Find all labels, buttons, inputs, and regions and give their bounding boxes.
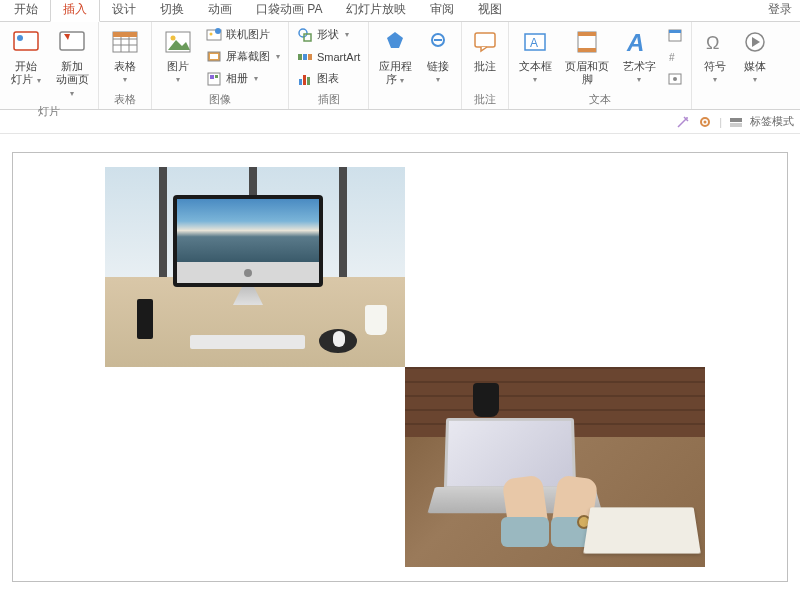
btn-object[interactable]	[663, 68, 687, 89]
gear-icon[interactable]	[697, 114, 713, 130]
svg-rect-24	[299, 79, 302, 85]
apps-icon	[379, 26, 411, 58]
btn-table[interactable]: 表格 ▾	[103, 24, 147, 86]
btn-start-slide[interactable]: 开始灯片 ▾	[4, 24, 48, 89]
smartart-icon	[297, 49, 313, 65]
btn-chart[interactable]: 图表	[293, 68, 364, 89]
svg-rect-23	[308, 54, 312, 60]
btn-new-anim-page[interactable]: 新加动画页 ▾	[50, 24, 94, 102]
chevron-down-icon: ▾	[533, 75, 537, 84]
svg-point-10	[171, 36, 176, 41]
group-label: 图像	[156, 90, 284, 109]
btn-label: 图片	[167, 60, 189, 73]
tab-transitions[interactable]: 切换	[148, 0, 196, 21]
btn-label: 应用程序 ▾	[379, 60, 412, 87]
slide-image-2[interactable]	[405, 367, 705, 567]
online-picture-icon	[206, 27, 222, 43]
number-icon: #	[667, 49, 683, 65]
slide-image-1[interactable]	[105, 167, 405, 367]
btn-photo-album[interactable]: 相册▾	[202, 68, 284, 89]
btn-apps[interactable]: 应用程序 ▾	[373, 24, 417, 89]
svg-rect-33	[578, 48, 596, 52]
tab-home[interactable]: 开始	[2, 0, 50, 21]
tab-review[interactable]: 审阅	[418, 0, 466, 21]
link-icon	[422, 26, 454, 58]
group-apps-links: 应用程序 ▾ 链接 ▾	[369, 22, 462, 109]
svg-point-44	[704, 120, 707, 123]
slide[interactable]	[12, 152, 788, 582]
tab-view[interactable]: 视图	[466, 0, 514, 21]
svg-point-19	[299, 29, 307, 37]
group-symbols-media: Ω 符号 ▾ 媒体 ▾	[692, 22, 778, 109]
svg-rect-26	[307, 77, 310, 85]
btn-label: 形状	[317, 27, 339, 42]
svg-rect-22	[303, 54, 307, 60]
btn-screenshot[interactable]: 屏幕截图▾	[202, 46, 284, 67]
svg-rect-15	[210, 54, 218, 59]
svg-point-39	[673, 77, 677, 81]
btn-shapes[interactable]: 形状▾	[293, 24, 364, 45]
btn-label: 艺术字	[623, 60, 656, 73]
header-footer-icon	[571, 26, 603, 58]
btn-smartart[interactable]: SmartArt	[293, 46, 364, 67]
object-icon	[667, 71, 683, 87]
group-tables: 表格 ▾ 表格	[99, 22, 152, 109]
picture-icon	[162, 26, 194, 58]
chevron-down-icon: ▾	[345, 30, 349, 39]
btn-media[interactable]: 媒体 ▾	[736, 24, 774, 86]
btn-label: 联机图片	[226, 27, 270, 42]
tab-insert[interactable]: 插入	[50, 0, 100, 22]
tag-mode-label[interactable]: 标签模式	[750, 114, 794, 129]
btn-links[interactable]: 链接 ▾	[419, 24, 457, 86]
btn-label: 相册	[226, 71, 248, 86]
group-label: 插图	[293, 90, 364, 109]
login-link[interactable]: 登录	[756, 0, 800, 21]
btn-textbox[interactable]: A 文本框 ▾	[513, 24, 557, 86]
chevron-down-icon: ▾	[276, 52, 280, 61]
group-text: A 文本框 ▾ 页眉和页脚 A 艺术字 ▾ # 文本	[509, 22, 692, 109]
svg-rect-25	[303, 75, 306, 85]
tab-slideshow[interactable]: 幻灯片放映	[334, 0, 418, 21]
btn-symbol[interactable]: Ω 符号 ▾	[696, 24, 734, 86]
chart-icon	[297, 71, 313, 87]
wand-icon[interactable]	[675, 114, 691, 130]
btn-picture[interactable]: 图片 ▾	[156, 24, 200, 86]
group-images: 图片 ▾ 联机图片 屏幕截图▾ 相册▾ 图像	[152, 22, 289, 109]
btn-comment[interactable]: 批注	[466, 24, 504, 75]
btn-date-time[interactable]	[663, 24, 687, 45]
slide-icon	[10, 26, 42, 58]
svg-text:#: #	[669, 52, 675, 63]
btn-label: 链接	[427, 60, 449, 73]
chevron-down-icon: ▾	[637, 75, 641, 84]
tab-design[interactable]: 设计	[100, 0, 148, 21]
btn-slide-number[interactable]: #	[663, 46, 687, 67]
chevron-down-icon: ▾	[254, 74, 258, 83]
svg-rect-20	[304, 34, 311, 41]
ribbon-tabs: 开始 插入 设计 切换 动画 口袋动画 PA 幻灯片放映 审阅 视图 登录	[0, 0, 800, 22]
chevron-down-icon: ▾	[123, 75, 127, 84]
btn-label: 文本框	[519, 60, 552, 73]
svg-text:A: A	[530, 36, 538, 50]
group-label: 批注	[466, 90, 504, 109]
chevron-down-icon: ▾	[436, 75, 440, 84]
btn-label: 开始灯片 ▾	[11, 60, 40, 87]
media-icon	[739, 26, 771, 58]
sub-toolbar: | 标签模式	[0, 110, 800, 134]
btn-wordart[interactable]: A 艺术字 ▾	[617, 24, 661, 86]
group-label: 灯片	[4, 102, 94, 121]
btn-header-footer[interactable]: 页眉和页脚	[559, 24, 615, 88]
chevron-down-icon: ▾	[753, 75, 757, 84]
tab-pocket-anim[interactable]: 口袋动画 PA	[244, 0, 334, 21]
wordart-icon: A	[623, 26, 655, 58]
date-icon	[667, 27, 683, 43]
tab-animations[interactable]: 动画	[196, 0, 244, 21]
screenshot-icon	[206, 49, 222, 65]
group-label: 文本	[513, 90, 687, 109]
svg-rect-28	[475, 33, 495, 47]
svg-rect-8	[113, 32, 137, 37]
btn-online-pictures[interactable]: 联机图片	[202, 24, 284, 45]
new-slide-icon	[56, 26, 88, 58]
svg-rect-32	[578, 32, 596, 36]
svg-text:A: A	[626, 29, 644, 55]
svg-point-42	[686, 117, 688, 119]
